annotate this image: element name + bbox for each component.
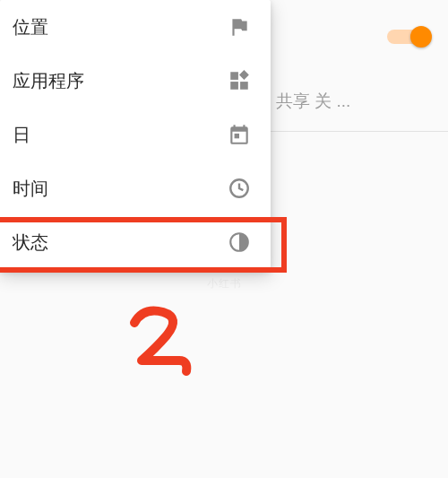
menu-item-label: 位置 xyxy=(13,15,48,39)
svg-marker-0 xyxy=(239,70,249,80)
toggle-thumb xyxy=(410,26,432,48)
menu-item-time[interactable]: 时间 xyxy=(0,161,271,215)
half-circle-icon xyxy=(226,229,253,256)
clock-icon xyxy=(226,175,253,202)
toggle-switch[interactable] xyxy=(387,27,428,47)
menu-item-label: 应用程序 xyxy=(13,69,84,93)
menu-item-apps[interactable]: 应用程序 xyxy=(0,54,271,108)
svg-rect-4 xyxy=(235,134,239,138)
svg-rect-1 xyxy=(230,72,238,80)
annotation-handwritten-2 xyxy=(116,296,206,386)
filter-menu: 位置 应用程序 日 时间 xyxy=(0,0,271,271)
watermark-text: 小红书 xyxy=(0,276,448,291)
svg-rect-2 xyxy=(230,82,238,90)
share-status-text: 共享 关 ... xyxy=(276,90,350,113)
svg-rect-3 xyxy=(240,82,248,90)
apps-icon xyxy=(226,67,253,94)
flag-icon xyxy=(226,13,253,40)
calendar-icon xyxy=(226,121,253,148)
menu-item-label: 时间 xyxy=(13,177,48,201)
menu-item-status[interactable]: 状态 xyxy=(0,215,271,269)
menu-item-label: 状态 xyxy=(13,230,48,255)
menu-item-day[interactable]: 日 xyxy=(0,108,271,161)
menu-item-location[interactable]: 位置 xyxy=(0,0,271,54)
section-divider xyxy=(271,131,448,132)
menu-item-label: 日 xyxy=(13,123,30,147)
